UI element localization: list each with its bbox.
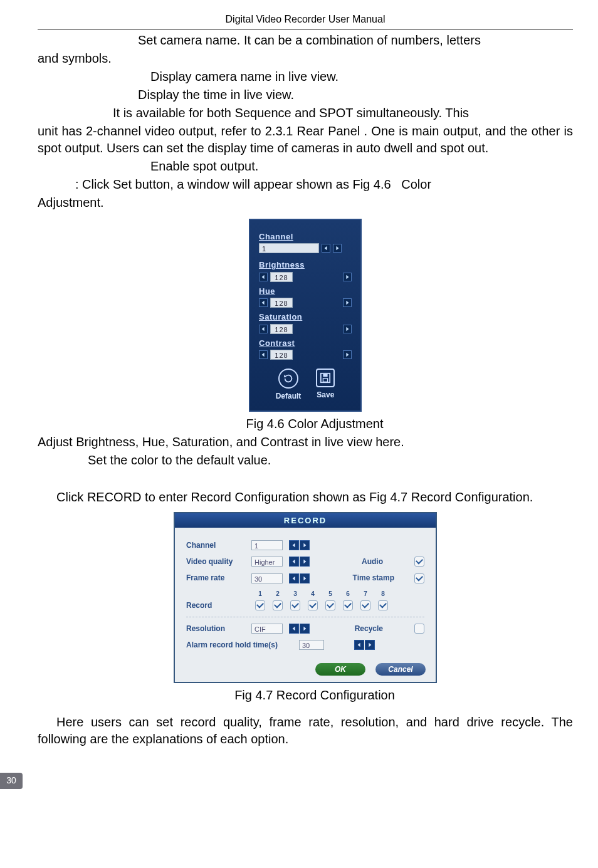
text-camera-name-1: Set camera name. It can be a combination…: [38, 32, 573, 49]
rec-resolution-right-icon[interactable]: [300, 624, 310, 634]
rec-timestamp-label: Time stamp: [353, 573, 394, 583]
save-label: Save: [316, 390, 335, 400]
channel-label: Channel: [259, 231, 352, 243]
rec-audio-checkbox[interactable]: [414, 557, 424, 567]
svg-marker-18: [293, 576, 295, 580]
page-number: 30: [0, 773, 23, 789]
record-config-panel: RECORD Channel 1 Video quality Higher Au…: [174, 512, 437, 683]
rec-framerate-value[interactable]: 30: [251, 573, 283, 583]
rec-channel-value[interactable]: 1: [251, 540, 283, 550]
svg-marker-3: [346, 275, 349, 278]
rec-resolution-value[interactable]: CIF: [251, 624, 283, 634]
rec-resolution-left-icon[interactable]: [289, 624, 299, 634]
figure-caption-4-6: Fig 4.6 Color Adjustment: [56, 416, 573, 432]
svg-marker-19: [303, 576, 306, 580]
svg-rect-13: [323, 374, 328, 377]
rec-recycle-label: Recycle: [355, 624, 383, 634]
text-display-time: Display the time in live view.: [38, 86, 573, 103]
channel-right-icon[interactable]: [333, 244, 342, 253]
color-adjustment-panel: Channel 1 Brightness 128 Hue 128 Saturat…: [249, 219, 362, 412]
brightness-value[interactable]: 128: [270, 272, 293, 282]
svg-marker-15: [303, 543, 306, 547]
text-display-name: Display camera name in live view.: [38, 68, 573, 85]
saturation-right-icon[interactable]: [343, 325, 352, 333]
rec-hold-label: Alarm record hold time(s): [186, 640, 293, 650]
rec-hold-right-icon[interactable]: [365, 640, 375, 650]
default-label: Default: [276, 391, 302, 401]
rec-videoq-right-icon[interactable]: [300, 557, 310, 567]
text-click-set-2: Adjustment.: [38, 194, 573, 211]
figure-caption-4-7: Fig 4.7 Record Configuration: [56, 687, 573, 704]
cancel-button[interactable]: Cancel: [375, 663, 426, 676]
rec-recycle-checkbox[interactable]: [414, 624, 424, 634]
svg-marker-14: [293, 543, 295, 547]
rec-channel-checkboxes: 1 2 3 4 5 6 7 8: [254, 590, 389, 611]
hue-right-icon[interactable]: [343, 298, 352, 307]
text-camera-name-2: and symbols.: [38, 50, 573, 67]
svg-marker-20: [293, 627, 295, 630]
text-set-quality: Here users can set record quality, frame…: [38, 714, 573, 748]
hue-left-icon[interactable]: [259, 298, 268, 307]
svg-marker-17: [303, 560, 306, 563]
svg-marker-21: [303, 627, 306, 630]
brightness-right-icon[interactable]: [343, 273, 352, 281]
rec-videoq-label: Video quality: [186, 557, 245, 567]
text-click-set: : Click Set button, a window will appear…: [38, 176, 573, 193]
saturation-label: Saturation: [259, 311, 352, 323]
rec-framerate-label: Frame rate: [186, 573, 245, 583]
rec-ch4-checkbox[interactable]: [308, 600, 318, 610]
channel-left-icon[interactable]: [322, 244, 330, 253]
svg-marker-23: [369, 643, 371, 647]
svg-marker-2: [262, 275, 265, 278]
text-sequence-1: It is available for both Sequence and SP…: [38, 105, 573, 122]
rec-hold-left-icon[interactable]: [354, 640, 364, 650]
rec-ch8-checkbox[interactable]: [378, 600, 388, 610]
divider: [186, 617, 424, 617]
text-sequence-2: unit has 2-channel video output, refer t…: [38, 123, 573, 157]
saturation-value[interactable]: 128: [270, 324, 293, 334]
svg-marker-16: [293, 560, 295, 563]
text-click-record: Click RECORD to enter Record Configurati…: [38, 489, 573, 506]
saturation-left-icon[interactable]: [259, 325, 268, 333]
svg-marker-22: [358, 643, 360, 647]
contrast-label: Contrast: [259, 338, 352, 349]
ok-button[interactable]: OK: [315, 663, 365, 676]
text-adjust: Adjust Brightness, Hue, Saturation, and …: [38, 434, 573, 451]
rec-channel-label: Channel: [186, 540, 245, 550]
rec-ch2-checkbox[interactable]: [273, 600, 283, 610]
svg-marker-6: [262, 327, 265, 331]
contrast-left-icon[interactable]: [259, 350, 268, 359]
svg-marker-8: [262, 353, 265, 357]
rec-audio-label: Audio: [362, 557, 383, 567]
svg-marker-5: [346, 301, 349, 305]
hue-value[interactable]: 128: [270, 298, 293, 308]
rec-channel-left-icon[interactable]: [289, 540, 299, 550]
svg-marker-4: [262, 301, 265, 305]
rec-ch7-checkbox[interactable]: [360, 600, 370, 610]
rec-resolution-label: Resolution: [186, 624, 245, 634]
save-icon[interactable]: [316, 369, 335, 387]
rec-ch5-checkbox[interactable]: [325, 600, 335, 610]
rec-channel-right-icon[interactable]: [300, 540, 310, 550]
rec-framerate-right-icon[interactable]: [300, 573, 310, 583]
text-enable-spot: Enable spot output.: [38, 158, 573, 175]
svg-rect-12: [323, 379, 328, 382]
rec-videoq-value[interactable]: Higher: [251, 557, 283, 567]
rec-ch1-checkbox[interactable]: [255, 600, 265, 610]
rec-ch3-checkbox[interactable]: [290, 600, 300, 610]
record-title: RECORD: [175, 513, 436, 528]
rec-framerate-left-icon[interactable]: [289, 573, 299, 583]
hue-label: Hue: [259, 286, 352, 297]
rec-timestamp-checkbox[interactable]: [414, 573, 424, 583]
contrast-value[interactable]: 128: [270, 350, 293, 360]
page-header: Digital Video Recorder User Manual: [38, 13, 573, 29]
channel-value[interactable]: 1: [259, 243, 319, 253]
text-default-color: Set the color to the default value.: [38, 452, 573, 469]
rec-ch6-checkbox[interactable]: [343, 600, 353, 610]
brightness-label: Brightness: [259, 259, 352, 271]
default-icon[interactable]: [278, 369, 298, 389]
rec-hold-value[interactable]: 30: [299, 640, 324, 650]
contrast-right-icon[interactable]: [343, 350, 352, 359]
brightness-left-icon[interactable]: [259, 273, 268, 281]
rec-videoq-left-icon[interactable]: [289, 557, 299, 567]
